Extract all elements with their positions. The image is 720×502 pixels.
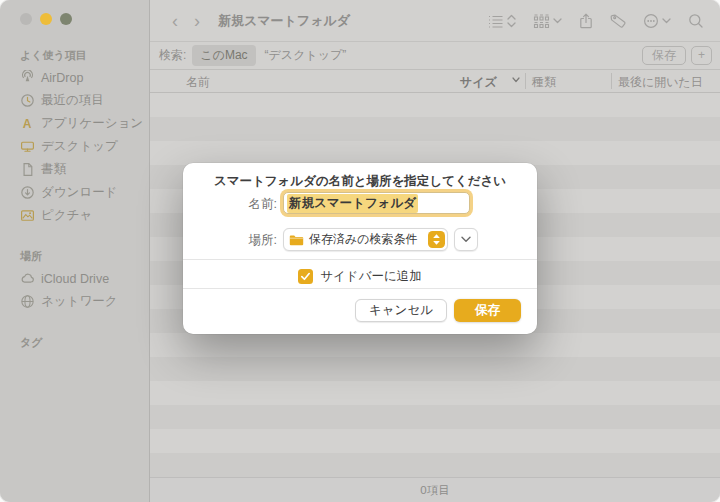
list-column-headers: 名前 サイズ 種類 最後に開いた日: [150, 70, 720, 93]
item-count: 0項目: [420, 483, 449, 498]
minimize-window-button[interactable]: [40, 13, 52, 25]
save-button[interactable]: 保存: [454, 299, 521, 322]
desktop-icon: [19, 139, 35, 155]
search-icon[interactable]: [688, 13, 704, 29]
sidebar-item-label: アプリケーション: [41, 115, 143, 132]
sidebar-item-pictures[interactable]: ピクチャ: [0, 204, 149, 227]
more-actions-control[interactable]: [643, 13, 671, 29]
tag-icon[interactable]: [610, 13, 626, 29]
name-field-label: 名前:: [213, 196, 277, 213]
dialog-separator: [183, 288, 537, 289]
view-mode-control[interactable]: [488, 14, 516, 28]
column-divider[interactable]: [525, 73, 526, 89]
column-header-last-opened[interactable]: 最後に開いた日: [618, 74, 703, 91]
group-by-control[interactable]: [533, 13, 562, 28]
folder-icon: [289, 234, 304, 246]
sidebar-item-documents[interactable]: 書類: [0, 158, 149, 181]
document-icon: [19, 162, 35, 178]
add-to-sidebar-checkbox[interactable]: [298, 269, 313, 284]
selected-name-text: 新規スマートフォルダ: [287, 194, 418, 213]
network-globe-icon: [19, 294, 35, 310]
sidebar-section-favorites: よく使う項目: [20, 48, 149, 63]
share-icon[interactable]: [579, 13, 593, 29]
window-title: 新規スマートフォルダ: [218, 12, 350, 30]
sidebar-section-tags: タグ: [20, 335, 149, 350]
location-value: 保存済みの検索条件: [309, 231, 418, 248]
save-smart-folder-dialog: スマートフォルダの名前と場所を指定してください 名前: 新規スマートフォルダ 場…: [183, 163, 537, 334]
sidebar: よく使う項目 AirDrop 最近の項目 A アプリケーション: [0, 0, 150, 502]
dialog-title: スマートフォルダの名前と場所を指定してください: [183, 173, 537, 190]
icloud-icon: [19, 271, 35, 287]
dialog-separator: [183, 259, 537, 260]
clock-icon: [19, 93, 35, 109]
sidebar-item-label: ネットワーク: [41, 293, 117, 310]
sidebar-item-airdrop[interactable]: AirDrop: [0, 66, 149, 89]
back-button[interactable]: ‹: [164, 12, 186, 30]
column-header-size[interactable]: サイズ: [460, 74, 497, 91]
sidebar-item-label: AirDrop: [41, 71, 83, 85]
sidebar-item-recents[interactable]: 最近の項目: [0, 89, 149, 112]
sidebar-item-label: iCloud Drive: [41, 272, 109, 286]
sidebar-item-label: 書類: [41, 161, 66, 178]
column-header-kind[interactable]: 種類: [532, 74, 556, 91]
ellipsis-circle-icon: [643, 13, 659, 29]
view-sort-chevrons-icon: [507, 14, 516, 28]
sidebar-item-downloads[interactable]: ダウンロード: [0, 181, 149, 204]
cancel-button[interactable]: キャンセル: [355, 299, 447, 322]
add-to-sidebar-label: サイドバーに追加: [320, 268, 421, 285]
folder-name-input[interactable]: 新規スマートフォルダ: [283, 192, 470, 214]
close-window-button[interactable]: [20, 13, 32, 25]
add-criteria-button[interactable]: +: [691, 46, 712, 65]
group-view-icon: [533, 13, 550, 28]
sidebar-item-desktop[interactable]: デスクトップ: [0, 135, 149, 158]
location-field-label: 場所:: [213, 232, 277, 249]
scope-this-mac-button[interactable]: このMac: [192, 45, 255, 66]
window-controls: [20, 13, 72, 25]
sidebar-item-label: 最近の項目: [41, 92, 104, 109]
applications-icon: A: [19, 116, 35, 132]
expand-dialog-button[interactable]: [454, 228, 478, 251]
sidebar-item-label: ピクチャ: [41, 207, 92, 224]
sort-chevron-icon: [512, 77, 520, 83]
forward-button[interactable]: ›: [186, 12, 208, 30]
airdrop-icon: [19, 70, 35, 86]
chevron-down-icon: [553, 18, 562, 24]
column-header-name[interactable]: 名前: [186, 74, 210, 91]
pictures-icon: [19, 208, 35, 224]
downloads-icon: [19, 185, 35, 201]
column-divider[interactable]: [611, 73, 612, 89]
popup-updown-icon: [428, 231, 445, 248]
sidebar-item-icloud-drive[interactable]: iCloud Drive: [0, 267, 149, 290]
search-scope-bar: 検索: このMac “デスクトップ” 保存 +: [150, 42, 720, 70]
search-query-text[interactable]: “デスクトップ”: [265, 47, 347, 64]
finder-window: よく使う項目 AirDrop 最近の項目 A アプリケーション: [0, 0, 720, 502]
sidebar-section-locations: 場所: [20, 249, 149, 264]
chevron-down-icon: [662, 18, 671, 24]
zoom-window-button[interactable]: [60, 13, 72, 25]
search-label: 検索:: [159, 47, 186, 64]
list-view-icon: [488, 14, 504, 28]
save-search-button[interactable]: 保存: [642, 46, 686, 65]
location-popup-button[interactable]: 保存済みの検索条件: [283, 228, 448, 251]
sidebar-item-label: デスクトップ: [41, 138, 118, 155]
toolbar: ‹ › 新規スマートフォルダ: [150, 0, 720, 42]
status-bar: 0項目: [150, 477, 720, 502]
sidebar-item-applications[interactable]: A アプリケーション: [0, 112, 149, 135]
sidebar-item-label: ダウンロード: [41, 184, 117, 201]
sidebar-item-network[interactable]: ネットワーク: [0, 290, 149, 313]
